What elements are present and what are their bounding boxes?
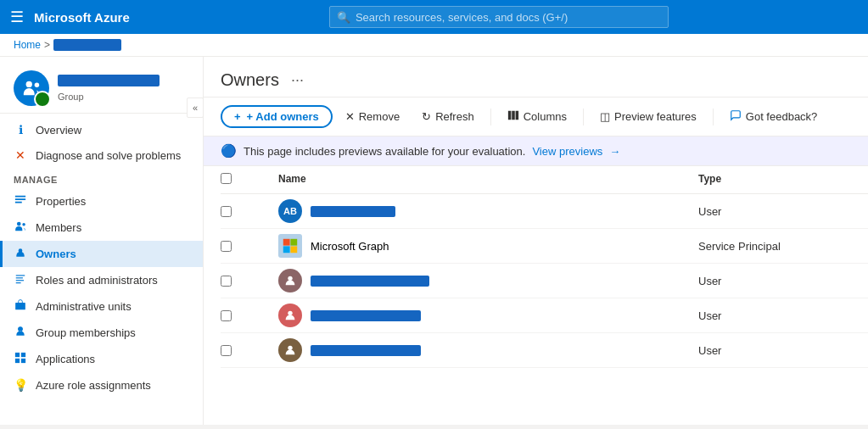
app-title: Microsoft Azure: [34, 10, 130, 25]
row-type-2: Service Principal: [698, 240, 868, 253]
feedback-icon: [730, 109, 742, 124]
page-header: Owners ···: [204, 57, 868, 98]
sidebar-item-members[interactable]: Members: [0, 214, 203, 241]
svg-point-0: [26, 81, 32, 87]
select-all-checkbox[interactable]: [221, 173, 232, 184]
search-icon: 🔍: [337, 11, 350, 24]
header-name-col: Name: [248, 173, 698, 187]
sidebar-item-applications[interactable]: Applications: [0, 346, 203, 372]
view-previews-link[interactable]: View previews: [532, 145, 602, 158]
row-checkbox-2[interactable]: [221, 241, 248, 252]
more-options-button[interactable]: ···: [288, 71, 307, 89]
breadcrumb-current: [53, 39, 121, 51]
svg-point-27: [288, 346, 292, 350]
row-name-4: [248, 304, 698, 327]
toolbar: + + Add owners ✕ Remove ↻ Refresh Column…: [204, 98, 868, 136]
row-type-5: User: [698, 344, 868, 357]
table-row: User: [221, 333, 868, 368]
owners-icon: [14, 247, 27, 261]
preview-icon: ◫: [600, 110, 610, 123]
sidebar-header: Group: [0, 60, 203, 114]
svg-point-13: [19, 327, 23, 332]
svg-rect-2: [15, 196, 25, 198]
avatar-2: [278, 234, 302, 258]
columns-button[interactable]: Columns: [498, 104, 576, 129]
row-name-2: Microsoft Graph: [248, 234, 698, 258]
sidebar-item-admin-units[interactable]: Administrative units: [0, 293, 203, 320]
svg-rect-20: [515, 111, 518, 120]
row-name-text-5: [311, 345, 421, 356]
svg-point-26: [288, 311, 292, 315]
row-checkbox-4[interactable]: [221, 310, 248, 321]
sidebar-label-diagnose: Diagnose and solve problems: [36, 149, 181, 162]
breadcrumb: Home >: [0, 34, 868, 57]
admin-units-icon: [14, 299, 27, 314]
content-area: Owners ··· + + Add owners ✕ Remove ↻ Ref…: [204, 57, 868, 425]
header-type-col: Type: [698, 173, 868, 187]
svg-rect-16: [15, 359, 20, 363]
row-name-text-2: Microsoft Graph: [311, 240, 389, 253]
row-name-text-4: [311, 310, 421, 321]
svg-rect-24: [290, 246, 297, 253]
diagnose-icon: ✕: [14, 148, 27, 162]
row-checkbox-5[interactable]: [221, 345, 248, 356]
feedback-button[interactable]: Got feedback?: [720, 104, 827, 129]
sidebar-item-roles[interactable]: Roles and administrators: [0, 267, 203, 293]
svg-rect-3: [15, 198, 25, 200]
breadcrumb-home[interactable]: Home: [14, 39, 41, 51]
sidebar-item-overview[interactable]: ℹ Overview: [0, 117, 203, 142]
svg-rect-22: [290, 239, 297, 246]
search-input[interactable]: [356, 11, 661, 24]
svg-point-6: [22, 223, 25, 226]
svg-rect-15: [21, 353, 25, 357]
table-row: Microsoft Graph Service Principal: [221, 229, 868, 264]
sidebar-item-owners[interactable]: Owners: [0, 241, 203, 267]
group-avatar: [14, 70, 49, 106]
sidebar-group-name: Group: [58, 75, 160, 103]
remove-button[interactable]: ✕ Remove: [336, 105, 409, 128]
svg-rect-23: [283, 246, 290, 253]
refresh-label: Refresh: [435, 110, 474, 123]
svg-point-1: [35, 83, 39, 88]
add-owners-button[interactable]: + + Add owners: [221, 105, 333, 128]
svg-rect-18: [508, 111, 512, 120]
sidebar-item-diagnose[interactable]: ✕ Diagnose and solve problems: [0, 142, 203, 168]
roles-icon: [14, 273, 27, 287]
group-name-redacted: [58, 75, 160, 86]
avatar-5: [278, 338, 302, 362]
sidebar-label-admin-units: Administrative units: [36, 300, 132, 313]
preview-arrow-icon: →: [609, 145, 620, 158]
sidebar-item-azure-role[interactable]: 💡 Azure role assignments: [0, 372, 203, 398]
group-label: Group: [58, 92, 84, 102]
sidebar-label-azure-role: Azure role assignments: [36, 379, 151, 392]
columns-icon: [507, 109, 519, 124]
toolbar-sep-3: [713, 109, 714, 125]
svg-rect-9: [16, 277, 23, 278]
sidebar-item-group-memberships[interactable]: Group memberships: [0, 320, 203, 346]
sidebar-item-properties[interactable]: Properties: [0, 188, 203, 214]
svg-point-25: [288, 276, 292, 281]
svg-rect-12: [15, 303, 25, 309]
properties-icon: [14, 194, 27, 209]
svg-rect-11: [16, 282, 21, 283]
info-icon: ℹ: [14, 123, 27, 136]
add-icon: +: [234, 110, 241, 123]
remove-label: Remove: [359, 110, 400, 123]
avatar-3: [278, 269, 302, 292]
row-name-text-3: [311, 276, 429, 287]
refresh-button[interactable]: ↻ Refresh: [412, 105, 484, 128]
row-type-4: User: [698, 309, 868, 322]
row-checkbox-1[interactable]: [221, 206, 248, 217]
search-bar[interactable]: 🔍: [329, 6, 669, 28]
svg-rect-17: [21, 359, 25, 363]
toolbar-sep-1: [490, 109, 491, 125]
refresh-icon: ↻: [422, 110, 431, 123]
row-checkbox-3[interactable]: [221, 276, 248, 287]
row-type-1: User: [698, 205, 868, 218]
sidebar-collapse-btn[interactable]: «: [187, 98, 204, 118]
hamburger-icon[interactable]: ☰: [10, 8, 24, 26]
row-name-3: [248, 269, 698, 292]
preview-features-button[interactable]: ◫ Preview features: [591, 105, 706, 128]
feedback-label: Got feedback?: [746, 110, 818, 123]
group-memberships-icon: [14, 326, 27, 340]
